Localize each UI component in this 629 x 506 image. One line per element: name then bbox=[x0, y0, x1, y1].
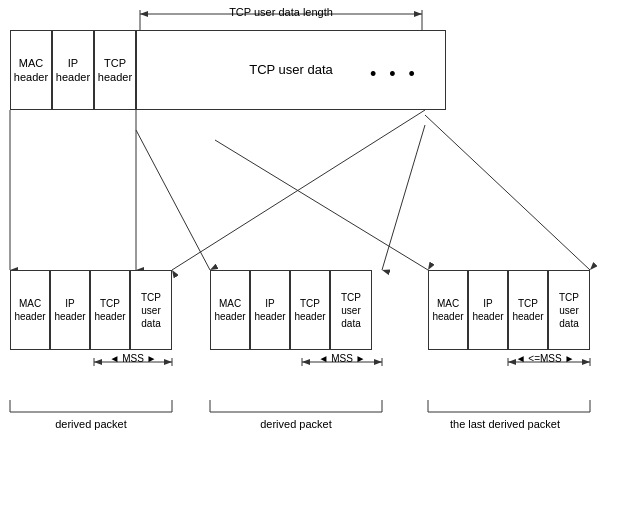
mss-label-2: ◄ MSS ► bbox=[302, 353, 382, 364]
svg-line-8 bbox=[172, 110, 425, 270]
tcp-data-length-label: TCP user data length bbox=[140, 6, 422, 18]
top-ip-header: IP header bbox=[52, 30, 94, 110]
tcp-segmentation-diagram: TCP user data length MAC header IP heade… bbox=[0, 0, 629, 506]
svg-line-9 bbox=[136, 130, 210, 270]
b1-tcp-header: TCPheader bbox=[90, 270, 130, 350]
svg-line-10 bbox=[382, 125, 425, 270]
top-mac-header: MAC header bbox=[10, 30, 52, 110]
b3-tcp-data: TCPuserdata bbox=[548, 270, 590, 350]
mss-label-1: ◄ MSS ► bbox=[94, 353, 172, 364]
b2-ip-header: IPheader bbox=[250, 270, 290, 350]
derived-label-2: derived packet bbox=[210, 418, 382, 430]
bottom-packet-3: MACheader IPheader TCPheader TCPuserdata bbox=[428, 270, 590, 350]
derived-label-1: derived packet bbox=[10, 418, 172, 430]
b3-mac-header: MACheader bbox=[428, 270, 468, 350]
b1-ip-header: IPheader bbox=[50, 270, 90, 350]
svg-line-12 bbox=[425, 115, 590, 270]
b2-tcp-header: TCPheader bbox=[290, 270, 330, 350]
bottom-packet-2: MACheader IPheader TCPheader TCPuserdata bbox=[210, 270, 372, 350]
derived-label-3: the last derived packet bbox=[420, 418, 590, 430]
svg-line-11 bbox=[215, 140, 428, 270]
b3-tcp-header: TCPheader bbox=[508, 270, 548, 350]
b2-mac-header: MACheader bbox=[210, 270, 250, 350]
b3-ip-header: IPheader bbox=[468, 270, 508, 350]
mss-label-3: ◄ <=MSS ► bbox=[500, 353, 590, 364]
bottom-packet-1: MACheader IPheader TCPheader TCPuserdata bbox=[10, 270, 172, 350]
top-tcp-header: TCP header bbox=[94, 30, 136, 110]
dots-top: • • • bbox=[370, 64, 419, 85]
b2-tcp-data: TCPuserdata bbox=[330, 270, 372, 350]
b1-tcp-data: TCPuserdata bbox=[130, 270, 172, 350]
b1-mac-header: MACheader bbox=[10, 270, 50, 350]
